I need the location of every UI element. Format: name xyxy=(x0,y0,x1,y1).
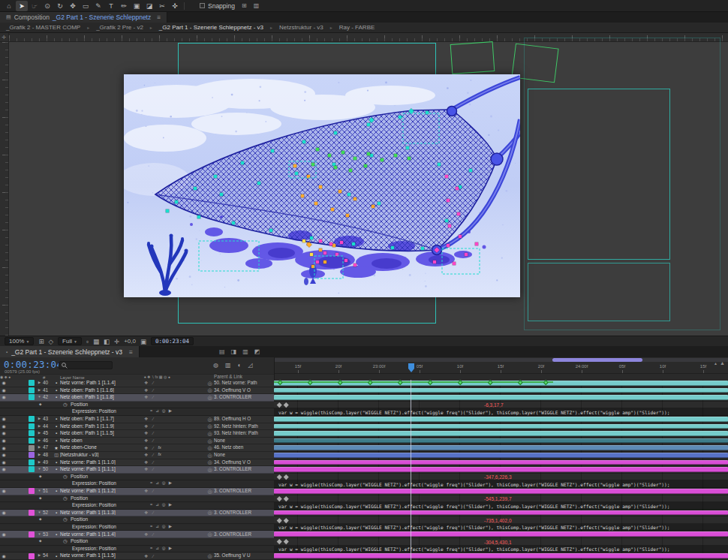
comp-mini-flowchart-icon[interactable]: ▤ xyxy=(219,348,225,355)
position-property-row[interactable]: ◆◷Position xyxy=(0,538,274,546)
cyan-path-handle[interactable] xyxy=(197,215,200,218)
eraser-tool-icon[interactable]: ◪ xyxy=(143,1,155,11)
exposure-value[interactable]: +0,0 xyxy=(124,338,136,345)
breadcrumb-item[interactable]: _Grafik 2 - MASTER COMP xyxy=(6,24,80,31)
layer-duration-bar[interactable] xyxy=(274,424,728,429)
track-area[interactable]: -6,3,17,7var w = wiggle(thisComp.layer("… xyxy=(274,380,728,560)
layer-name[interactable]: Netz oben: Path 1 [1.1.8] xyxy=(60,395,141,400)
keyframe-nav-icon[interactable]: ◆ xyxy=(39,403,44,407)
layer-name-column-header[interactable]: Layer Name xyxy=(60,375,141,380)
quality-switch-icon[interactable]: ∕ xyxy=(152,453,153,457)
twirl-arrow-icon[interactable]: ▶ xyxy=(36,453,43,457)
parent-link-value[interactable]: 46. Netz oben xyxy=(214,445,274,450)
expression-graph-icon[interactable]: ⊿ xyxy=(155,503,159,507)
green-path-handle[interactable] xyxy=(328,154,331,157)
keyframe-icon[interactable] xyxy=(277,539,281,543)
collapse-switch-icon[interactable]: ❖ xyxy=(144,554,148,558)
layer-name[interactable]: Netz oben-Clone xyxy=(60,445,141,450)
layer-track-row[interactable] xyxy=(274,438,728,445)
layer-duration-bar[interactable] xyxy=(274,417,728,422)
visibility-eye-icon[interactable]: ◉ xyxy=(0,417,8,421)
yellow-path-handle[interactable] xyxy=(310,253,313,256)
layer-row[interactable]: ◉▶41▪Netz oben: Path 1 [1.1.6]❖∕◎34. Oef… xyxy=(0,387,274,395)
parent-link-value[interactable]: None xyxy=(214,453,274,457)
layer-color-swatch[interactable] xyxy=(29,387,35,393)
parent-pickwhip-icon[interactable]: ◎ xyxy=(206,467,214,472)
collapse-switch-icon[interactable]: ❖ xyxy=(144,467,148,471)
selection-tool-icon[interactable]: ➤ xyxy=(16,1,28,11)
orange-path-handle[interactable] xyxy=(293,164,296,167)
layer-color-swatch[interactable] xyxy=(29,531,35,537)
current-timecode[interactable]: 0:00:23:04 xyxy=(4,359,62,370)
pen-tool-icon[interactable]: ✎ xyxy=(92,1,104,11)
quality-switch-icon[interactable]: ∕ xyxy=(152,460,153,465)
stopwatch-icon[interactable]: ◷ xyxy=(63,517,71,522)
layer-name[interactable]: Netz vorne: Path 1 [1.1.4] xyxy=(60,381,141,386)
layer-row[interactable]: ◉▶47★Netz oben-Clone❖∕fx◎46. Netz oben xyxy=(0,444,274,452)
layer-color-swatch[interactable] xyxy=(29,423,35,429)
green-path-handle[interactable] xyxy=(353,157,356,160)
cyan-path-handle[interactable] xyxy=(332,163,335,166)
cyan-path-handle[interactable] xyxy=(257,182,260,185)
visibility-eye-icon[interactable]: ◉ xyxy=(0,532,8,537)
twirl-arrow-icon[interactable]: ▶ xyxy=(36,381,43,385)
layer-duration-bar[interactable] xyxy=(274,489,728,494)
expression-property-row[interactable]: Expression: Position=⊿◎▶ xyxy=(0,524,274,531)
expression-language-icon[interactable]: ▶ xyxy=(169,546,172,551)
layer-name[interactable]: Netz vorne: Path 1 [1.1.3] xyxy=(60,510,141,516)
position-track-row[interactable]: -735,1,402,0 xyxy=(274,516,728,524)
layer-row[interactable]: ◉▶54▪Netz vorne: Path 1 [1.1.5]❖∕◎35. Oe… xyxy=(0,552,274,560)
layer-duration-bar[interactable] xyxy=(274,510,728,516)
quality-switch-icon[interactable]: ∕ xyxy=(152,489,153,493)
cyan-path-handle[interactable] xyxy=(378,202,381,205)
panel-menu-icon[interactable]: ≡ xyxy=(129,348,133,356)
layer-row[interactable]: ◉▶44▪Netz oben: Path 1 [1.1.9]❖∕◎92. Net… xyxy=(0,423,274,431)
composition-viewport[interactable]: ✛ xyxy=(0,33,728,336)
expression-graph-icon[interactable]: ⊿ xyxy=(155,525,159,529)
keyframe-nav-icon[interactable]: ◆ xyxy=(39,475,44,479)
parent-link-value[interactable]: 3. CONTROLLER xyxy=(214,489,274,493)
magenta-path-handle[interactable] xyxy=(447,244,450,247)
layer-color-swatch[interactable] xyxy=(29,438,35,444)
position-property-row[interactable]: ◆◷Position xyxy=(0,516,274,524)
number-column-header[interactable]: # xyxy=(43,375,53,380)
expression-code[interactable]: var w = wiggle(thisComp.layer("WIGGLE NE… xyxy=(278,525,670,530)
collapse-switch-icon[interactable]: ❖ xyxy=(144,431,148,435)
twirl-arrow-icon[interactable]: ▶ xyxy=(36,446,43,450)
cyan-path-handle[interactable] xyxy=(214,175,217,178)
magnification-select[interactable]: 100%▼ xyxy=(5,337,34,345)
quality-switch-icon[interactable]: ∕ xyxy=(152,381,153,385)
magenta-path-handle[interactable] xyxy=(459,235,462,238)
quality-switch-icon[interactable]: ∕ xyxy=(152,510,153,515)
quality-switch-icon[interactable]: ∕ xyxy=(152,424,153,429)
cyan-path-handle[interactable] xyxy=(194,187,197,190)
visibility-eye-icon[interactable]: ◉ xyxy=(0,424,8,429)
expression-language-icon[interactable]: ▶ xyxy=(169,409,172,414)
hide-shy-icon[interactable]: ▥ xyxy=(242,348,248,355)
expression-language-icon[interactable]: ▶ xyxy=(169,481,172,486)
quality-switch-icon[interactable]: ∕ xyxy=(152,395,153,399)
orange-path-handle[interactable] xyxy=(314,202,317,205)
layer-duration-bar[interactable] xyxy=(274,553,728,558)
keyframe-nav-icon[interactable]: ◆ xyxy=(39,540,44,543)
layer-row[interactable]: ◉▶48◫[Netzstruktur - v3]❖∕fx◎None xyxy=(0,452,274,459)
cyan-path-handle[interactable] xyxy=(426,111,429,114)
magenta-path-handle[interactable] xyxy=(475,242,478,245)
keyframe-icon[interactable] xyxy=(277,474,281,479)
layer-track-row[interactable] xyxy=(274,387,728,395)
breadcrumb-item[interactable]: _Grafik 2 Pre - v2 xyxy=(96,24,143,31)
expression-enable-icon[interactable]: = xyxy=(150,525,152,529)
cyan-path-handle[interactable] xyxy=(302,140,305,143)
playhead-line[interactable] xyxy=(411,380,411,560)
stopwatch-icon[interactable]: ◷ xyxy=(63,496,71,501)
composition-panel-tab[interactable]: ▤ Composition _G2 Part 1 - Szenerie Schl… xyxy=(0,12,167,23)
twirl-arrow-icon[interactable]: ▼ xyxy=(36,511,43,515)
zoom-tool-icon[interactable]: ⊙ xyxy=(41,1,53,11)
cyan-path-handle[interactable] xyxy=(459,185,462,188)
layer-color-swatch[interactable] xyxy=(29,430,35,436)
cyan-path-handle[interactable] xyxy=(391,246,394,249)
clone-stamp-tool-icon[interactable]: ▣ xyxy=(131,1,143,11)
frame-blend-icon[interactable]: ▥ xyxy=(225,362,231,369)
magenta-path-handle[interactable] xyxy=(433,260,436,263)
expression-pickwhip-icon[interactable]: ◎ xyxy=(162,503,166,507)
